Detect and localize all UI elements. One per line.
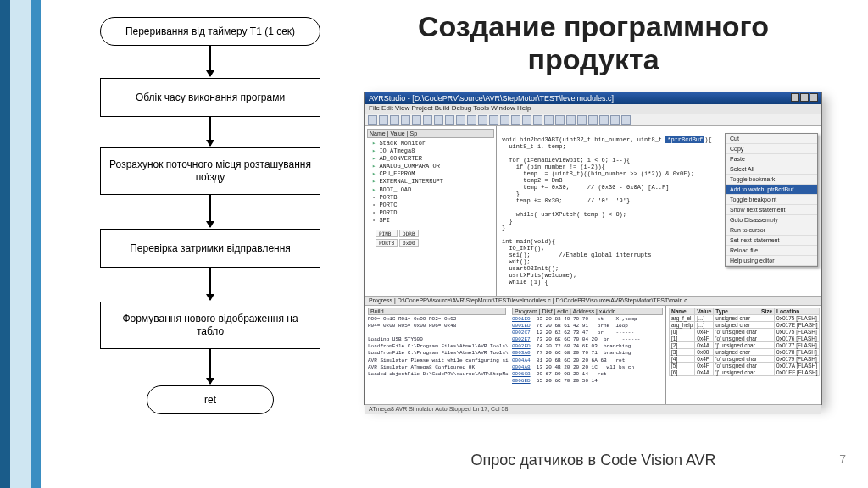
slide-title: Создание программного продукта bbox=[356, 10, 831, 76]
build-output: R00= 0x1C R01= 0x00 R02= 0x92 R04= 0x00 … bbox=[368, 316, 506, 378]
disasm-output: 0001E9 83 20 83 40 70 70 st X+,temp 0001… bbox=[512, 316, 663, 385]
page-number: 7 bbox=[839, 452, 846, 466]
flow-step-display: Формування нового відображення на табло bbox=[100, 302, 320, 349]
window-title: AVRStudio - [D:\CodePRV\source\AVR\StepM… bbox=[369, 94, 614, 103]
statusbar: ATmega8 AVR Simulator Auto Stopped Ln 17… bbox=[365, 404, 821, 414]
flow-arrow bbox=[209, 349, 211, 384]
side-stripe-inner bbox=[10, 0, 31, 488]
code-editor: void bin2bcd3ABT(uint32_t bin_number, ui… bbox=[497, 126, 821, 296]
io-tree-panel: Name | Value | Sp Stack MonitorIO ATmega… bbox=[365, 126, 497, 296]
window-titlebar: AVRStudio - [D:\CodePRV\source\AVR\StepM… bbox=[365, 92, 821, 104]
flow-return: ret bbox=[147, 385, 274, 414]
slide-caption: Опрос датчиков в Code Vision AVR bbox=[356, 452, 831, 469]
watch-table: NameValueTypeSizeLocation arg_f_el[...]u… bbox=[669, 308, 820, 376]
flow-step-time: Облік часу виконання програми bbox=[100, 78, 320, 117]
tab-strip: Progress | D:\CodePRV\source\AVR\StepMot… bbox=[365, 296, 821, 306]
flow-start: Переривання від таймеру Т1 (1 сек) bbox=[100, 17, 320, 46]
context-menu: CutCopyPasteSelect AllToggle bookmarkAdd… bbox=[725, 133, 818, 267]
flow-step-delay: Перевірка затримки відправлення bbox=[100, 229, 320, 268]
disasm-header: Program | Disf | edic | Address | xAddr bbox=[512, 308, 663, 315]
toolbar bbox=[365, 114, 821, 126]
ide-screenshot: AVRStudio - [D:\CodePRV\source\AVR\StepM… bbox=[364, 92, 822, 405]
flow-arrow bbox=[209, 268, 211, 300]
port-grid: PINBDDRB PORTB0x00 bbox=[374, 228, 420, 248]
flow-step-position: Розрахунок поточного місця розташування … bbox=[100, 147, 320, 195]
disasm-panel: Program | Disf | edic | Address | xAddr … bbox=[509, 306, 666, 404]
side-stripe bbox=[0, 0, 41, 488]
flowchart: Переривання від таймеру Т1 (1 сек) Облік… bbox=[41, 0, 329, 488]
flow-arrow bbox=[209, 117, 211, 146]
menubar: File Edit View Project Build Debug Tools… bbox=[365, 104, 821, 114]
tree-header: Name | Value | Sp bbox=[367, 129, 494, 138]
watch-panel: NameValueTypeSizeLocation arg_f_el[...]u… bbox=[666, 306, 821, 404]
window-buttons bbox=[790, 93, 818, 103]
flow-arrow bbox=[209, 195, 211, 227]
build-panel: Build R00= 0x1C R01= 0x00 R02= 0x92 R04=… bbox=[365, 306, 509, 404]
flow-arrow bbox=[209, 46, 211, 76]
build-header: Build bbox=[368, 308, 506, 315]
tree-list: Stack MonitorIO ATmega8AD_CONVERTERANALO… bbox=[367, 140, 494, 225]
